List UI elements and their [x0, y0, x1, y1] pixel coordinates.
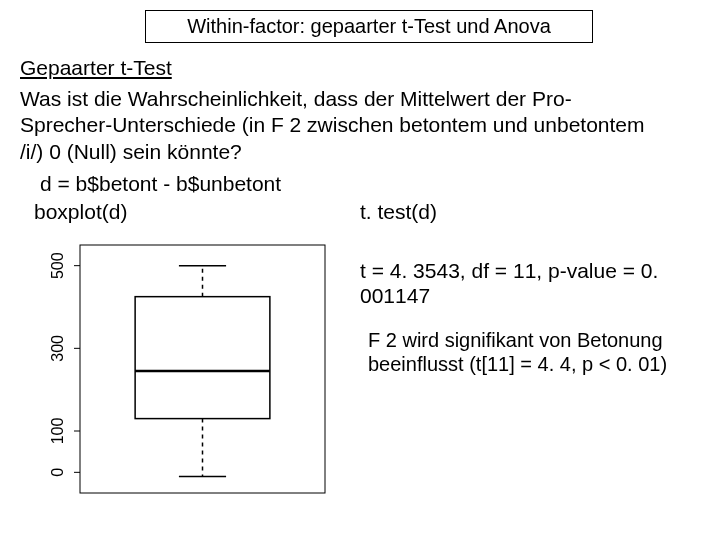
code-line-boxplot: boxplot(d) [34, 200, 127, 224]
boxplot-box [135, 266, 270, 477]
svg-rect-12 [135, 297, 270, 419]
y-axis: 0100300500 [49, 252, 80, 477]
boxplot-figure: 0100300500 [20, 240, 330, 500]
svg-text:0: 0 [49, 468, 66, 477]
section-subtitle: Gepaarter t-Test [20, 56, 172, 80]
slide-title: Within-factor: gepaarter t-Test und Anov… [187, 15, 551, 37]
svg-text:300: 300 [49, 335, 66, 362]
plot-frame [80, 245, 325, 493]
svg-text:500: 500 [49, 252, 66, 279]
svg-text:100: 100 [49, 418, 66, 445]
slide: Within-factor: gepaarter t-Test und Anov… [0, 0, 720, 540]
ttest-result-text: t = 4. 3543, df = 11, p-value = 0. 00114… [360, 258, 680, 308]
conclusion-text: F 2 wird signifikant von Betonung beeinf… [368, 328, 698, 376]
question-text: Was ist die Wahrscheinlichkeit, dass der… [20, 86, 660, 165]
code-line-ttest: t. test(d) [360, 200, 437, 224]
slide-title-box: Within-factor: gepaarter t-Test und Anov… [145, 10, 593, 43]
code-line-assign: d = b$betont - b$unbetont [40, 172, 281, 196]
